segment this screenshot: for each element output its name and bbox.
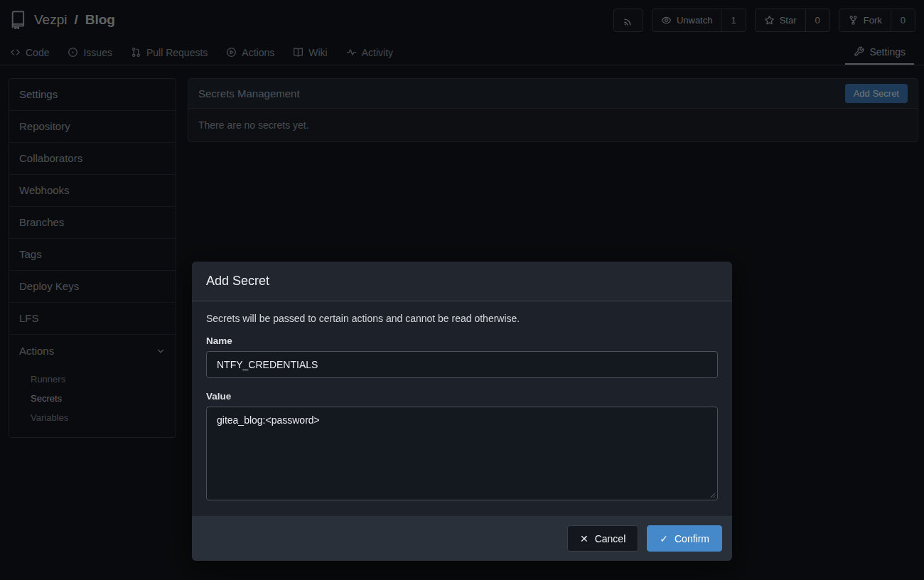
- close-icon: ✕: [580, 534, 589, 544]
- modal-footer: ✕ Cancel ✓ Confirm: [192, 516, 732, 561]
- modal-body: Secrets will be passed to certain action…: [192, 301, 732, 516]
- add-secret-modal: Add Secret Secrets will be passed to cer…: [192, 262, 732, 561]
- modal-description: Secrets will be passed to certain action…: [206, 313, 718, 324]
- secret-name-input[interactable]: [206, 351, 718, 378]
- cancel-button[interactable]: ✕ Cancel: [567, 525, 638, 552]
- confirm-button[interactable]: ✓ Confirm: [647, 525, 722, 552]
- secret-value-textarea[interactable]: gitea_blog:<password>: [206, 407, 718, 500]
- value-field-group: Value gitea_blog:<password>: [206, 391, 718, 500]
- modal-header: Add Secret: [192, 262, 732, 301]
- resize-handle[interactable]: [708, 490, 716, 498]
- name-field-label: Name: [206, 335, 718, 346]
- name-field-group: Name: [206, 335, 718, 378]
- cancel-button-label: Cancel: [595, 533, 626, 544]
- confirm-button-label: Confirm: [675, 533, 709, 544]
- value-field-label: Value: [206, 391, 718, 402]
- modal-title: Add Secret: [206, 274, 269, 289]
- check-icon: ✓: [660, 534, 668, 544]
